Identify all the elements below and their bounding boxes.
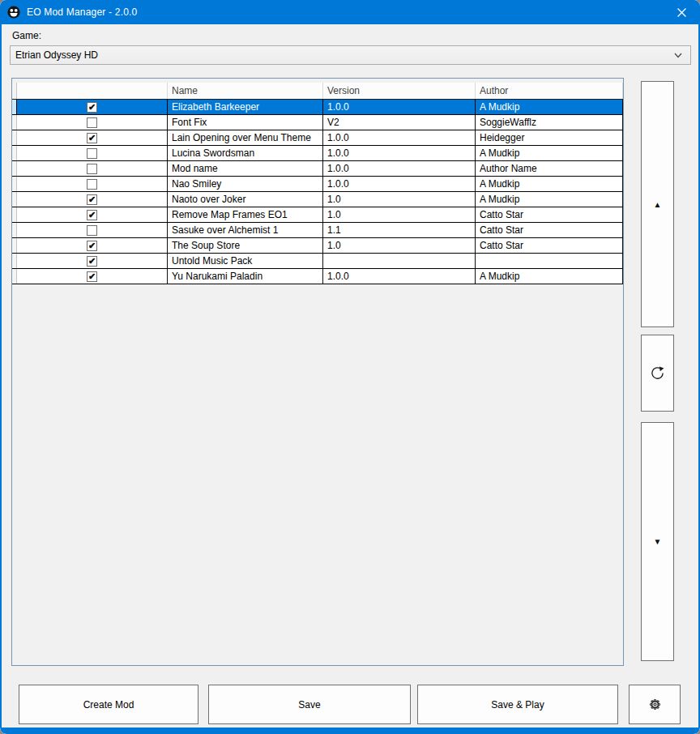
mod-enabled-cell bbox=[17, 177, 168, 191]
mod-enabled-cell: ✔ bbox=[17, 238, 168, 253]
column-header-version[interactable]: Version bbox=[323, 83, 476, 99]
smiley-face-icon bbox=[7, 6, 20, 19]
mod-enabled-checkbox[interactable]: ✔ bbox=[87, 133, 97, 143]
mod-version-cell: V2 bbox=[323, 115, 476, 130]
mod-list-panel: Name Version Author ✔Elizabeth Barkeeper… bbox=[11, 78, 624, 666]
close-icon bbox=[677, 8, 686, 17]
mod-row[interactable]: ✔Lain Opening over Menu Theme1.0.0Heideg… bbox=[12, 130, 623, 146]
mod-name-cell: Sasuke over Alchemist 1 bbox=[168, 223, 323, 237]
save-and-play-button[interactable]: Save & Play bbox=[417, 685, 618, 724]
mod-enabled-checkbox[interactable] bbox=[87, 117, 97, 128]
mod-enabled-checkbox[interactable]: ✔ bbox=[87, 102, 97, 113]
column-header-name[interactable]: Name bbox=[168, 83, 323, 99]
mod-enabled-cell: ✔ bbox=[17, 269, 168, 284]
mod-table-body: ✔Elizabeth Barkeeper1.0.0A MudkipFont Fi… bbox=[12, 100, 623, 284]
mod-enabled-checkbox[interactable]: ✔ bbox=[87, 256, 97, 267]
mod-version-cell: 1.0.0 bbox=[323, 146, 476, 160]
mod-name-cell: The Soup Store bbox=[168, 238, 323, 253]
mod-row[interactable]: ✔Yu Narukami Paladin1.0.0A Mudkip bbox=[12, 269, 623, 284]
mod-author-cell: Catto Star bbox=[476, 238, 623, 253]
mod-author-cell: A Mudkip bbox=[476, 269, 623, 284]
titlebar: EO Mod Manager - 2.0.0 bbox=[0, 0, 700, 24]
mod-version-cell: 1.0 bbox=[323, 207, 476, 222]
mod-enabled-cell bbox=[17, 115, 168, 130]
mod-name-cell: Nao Smiley bbox=[168, 177, 323, 191]
mod-version-cell: 1.0.0 bbox=[323, 177, 476, 191]
settings-button[interactable] bbox=[629, 685, 681, 724]
mod-row[interactable]: Font FixV2SoggieWafflz bbox=[12, 115, 623, 130]
column-header-author[interactable]: Author bbox=[476, 83, 623, 99]
mod-author-cell: A Mudkip bbox=[476, 192, 623, 207]
mod-author-cell: Catto Star bbox=[476, 207, 623, 222]
mod-enabled-checkbox[interactable] bbox=[87, 225, 97, 236]
mod-enabled-cell bbox=[17, 161, 168, 176]
game-label: Game: bbox=[12, 30, 41, 41]
mod-row[interactable]: Lucina Swordsman1.0.0A Mudkip bbox=[12, 146, 623, 161]
mod-enabled-cell: ✔ bbox=[17, 130, 168, 145]
mod-version-cell bbox=[323, 254, 476, 268]
mod-enabled-checkbox[interactable]: ✔ bbox=[87, 194, 97, 205]
column-header-enabled[interactable] bbox=[17, 83, 168, 99]
close-button[interactable] bbox=[663, 0, 700, 24]
refresh-icon bbox=[650, 365, 665, 381]
down-arrow-icon: ▼ bbox=[654, 537, 662, 546]
mod-row[interactable]: ✔Remove Map Frames EO11.0Catto Star bbox=[12, 207, 623, 223]
mod-version-cell: 1.0.0 bbox=[323, 130, 476, 145]
refresh-button[interactable] bbox=[641, 335, 674, 412]
mod-enabled-cell bbox=[17, 146, 168, 160]
mod-name-cell: Font Fix bbox=[168, 115, 323, 130]
mod-version-cell: 1.0.0 bbox=[323, 161, 476, 176]
mod-row[interactable]: ✔Elizabeth Barkeeper1.0.0A Mudkip bbox=[12, 100, 623, 115]
mod-enabled-checkbox[interactable]: ✔ bbox=[87, 241, 97, 251]
mod-row[interactable]: Sasuke over Alchemist 11.1Catto Star bbox=[12, 223, 623, 238]
game-select[interactable]: Etrian Odyssey HD bbox=[10, 45, 691, 65]
mod-row[interactable]: ✔Naoto over Joker1.0A Mudkip bbox=[12, 192, 623, 207]
mod-author-cell: Heidegger bbox=[476, 130, 623, 145]
mod-name-cell: Lain Opening over Menu Theme bbox=[168, 130, 323, 145]
mod-name-cell: Yu Narukami Paladin bbox=[168, 269, 323, 284]
mod-enabled-cell bbox=[17, 223, 168, 237]
window-title: EO Mod Manager - 2.0.0 bbox=[27, 6, 137, 18]
move-down-button[interactable]: ▼ bbox=[641, 422, 674, 661]
up-arrow-icon: ▲ bbox=[654, 200, 662, 209]
mod-name-cell: Remove Map Frames EO1 bbox=[168, 207, 323, 222]
mod-version-cell: 1.0 bbox=[323, 238, 476, 253]
mod-row[interactable]: ✔Untold Music Pack bbox=[12, 254, 623, 269]
mod-row[interactable]: Mod name1.0.0Author Name bbox=[12, 161, 623, 177]
game-select-value: Etrian Odyssey HD bbox=[15, 49, 98, 61]
mod-author-cell: A Mudkip bbox=[476, 177, 623, 191]
mod-author-cell bbox=[476, 254, 623, 268]
mod-row[interactable]: ✔The Soup Store1.0Catto Star bbox=[12, 238, 623, 254]
mod-version-cell: 1.1 bbox=[323, 223, 476, 237]
chevron-down-icon bbox=[674, 53, 682, 58]
mod-author-cell: Author Name bbox=[476, 161, 623, 176]
mod-enabled-cell: ✔ bbox=[17, 254, 168, 268]
mod-row[interactable]: Nao Smiley1.0.0A Mudkip bbox=[12, 177, 623, 192]
mod-name-cell: Untold Music Pack bbox=[168, 254, 323, 268]
mod-author-cell: SoggieWafflz bbox=[476, 115, 623, 130]
move-up-button[interactable]: ▲ bbox=[641, 81, 674, 327]
mod-version-cell: 1.0.0 bbox=[323, 100, 476, 114]
mod-name-cell: Mod name bbox=[168, 161, 323, 176]
mod-author-cell: A Mudkip bbox=[476, 100, 623, 114]
create-mod-button[interactable]: Create Mod bbox=[19, 685, 198, 724]
mod-enabled-checkbox[interactable] bbox=[87, 164, 97, 174]
mod-version-cell: 1.0.0 bbox=[323, 269, 476, 284]
mod-enabled-checkbox[interactable]: ✔ bbox=[87, 271, 97, 282]
mod-name-cell: Naoto over Joker bbox=[168, 192, 323, 207]
mod-enabled-cell: ✔ bbox=[17, 100, 168, 114]
mod-enabled-checkbox[interactable]: ✔ bbox=[87, 210, 97, 220]
app-window: EO Mod Manager - 2.0.0 Game: Etrian Odys… bbox=[0, 0, 700, 734]
mod-version-cell: 1.0 bbox=[323, 192, 476, 207]
save-button[interactable]: Save bbox=[208, 685, 411, 724]
mod-enabled-checkbox[interactable] bbox=[87, 148, 97, 159]
mod-table-header: Name Version Author bbox=[12, 83, 623, 100]
mod-enabled-cell: ✔ bbox=[17, 207, 168, 222]
mod-name-cell: Lucina Swordsman bbox=[168, 146, 323, 160]
mod-author-cell: A Mudkip bbox=[476, 146, 623, 160]
mod-name-cell: Elizabeth Barkeeper bbox=[168, 100, 323, 114]
mod-author-cell: Catto Star bbox=[476, 223, 623, 237]
mod-table: Name Version Author ✔Elizabeth Barkeeper… bbox=[12, 83, 623, 284]
mod-enabled-checkbox[interactable] bbox=[87, 179, 97, 190]
mod-enabled-cell: ✔ bbox=[17, 192, 168, 207]
